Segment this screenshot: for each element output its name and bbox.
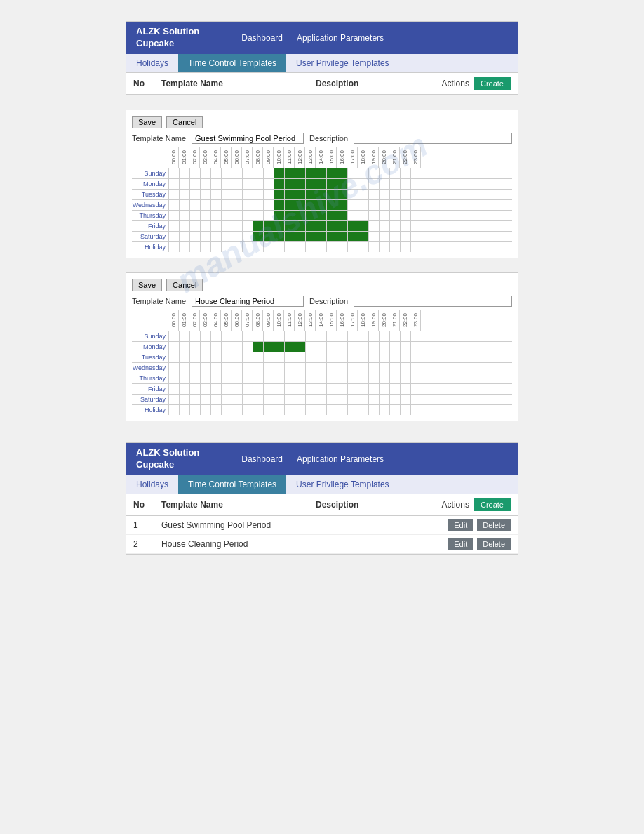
grid-cell[interactable] xyxy=(189,200,200,210)
grid-cell[interactable] xyxy=(253,221,263,231)
grid-cell[interactable] xyxy=(232,342,242,352)
grid-cell[interactable] xyxy=(232,384,242,394)
grid-cell[interactable] xyxy=(274,200,284,210)
grid-cell[interactable] xyxy=(410,342,421,352)
grid-cell[interactable] xyxy=(221,168,232,178)
grid-cell[interactable] xyxy=(179,200,189,210)
grid-cell[interactable] xyxy=(295,242,305,252)
grid-cell[interactable] xyxy=(400,405,410,415)
grid-cell[interactable] xyxy=(242,232,253,241)
grid-cell[interactable] xyxy=(316,405,326,415)
grid-cell[interactable] xyxy=(179,242,189,252)
grid-cell[interactable] xyxy=(232,190,242,199)
grid-cell[interactable] xyxy=(358,190,368,199)
grid-cell[interactable] xyxy=(410,211,421,220)
grid-cell[interactable] xyxy=(410,363,421,373)
grid-cell[interactable] xyxy=(168,242,179,252)
grid-cell[interactable] xyxy=(400,179,410,189)
grid-cell[interactable] xyxy=(263,179,274,189)
grid-cell[interactable] xyxy=(337,242,347,252)
grid-cell[interactable] xyxy=(200,405,210,415)
grid-cell[interactable] xyxy=(337,232,347,241)
nav-app-params[interactable]: Application Parameters xyxy=(297,33,384,43)
grid-cell[interactable] xyxy=(179,168,189,178)
grid-cell[interactable] xyxy=(210,352,221,362)
grid-cell[interactable] xyxy=(189,168,200,178)
grid-cell[interactable] xyxy=(263,352,274,362)
grid-cell[interactable] xyxy=(168,384,179,394)
grid-cell[interactable] xyxy=(263,232,274,241)
grid-cell[interactable] xyxy=(337,342,347,352)
grid-cell[interactable] xyxy=(347,342,358,352)
grid-cell[interactable] xyxy=(221,200,232,210)
grid-cell[interactable] xyxy=(295,373,305,383)
grid-cell[interactable] xyxy=(242,363,253,373)
editor1-desc-input[interactable] xyxy=(354,133,512,144)
grid-cell[interactable] xyxy=(221,342,232,352)
grid-cell[interactable] xyxy=(379,373,389,383)
grid-cell[interactable] xyxy=(168,200,179,210)
grid-cell[interactable] xyxy=(337,352,347,362)
grid-cell[interactable] xyxy=(274,342,284,352)
grid-cell[interactable] xyxy=(316,384,326,394)
grid-cell[interactable] xyxy=(337,190,347,199)
grid-cell[interactable] xyxy=(337,395,347,404)
grid-cell[interactable] xyxy=(389,352,400,362)
grid-cell[interactable] xyxy=(410,405,421,415)
grid-cell[interactable] xyxy=(189,363,200,373)
grid-cell[interactable] xyxy=(284,242,295,252)
grid-cell[interactable] xyxy=(295,221,305,231)
grid-cell[interactable] xyxy=(337,405,347,415)
grid-cell[interactable] xyxy=(179,331,189,341)
create-button-top[interactable]: Create xyxy=(474,77,511,90)
grid-cell[interactable] xyxy=(295,179,305,189)
grid-cell[interactable] xyxy=(410,221,421,231)
grid-cell[interactable] xyxy=(305,211,316,220)
grid-cell[interactable] xyxy=(189,342,200,352)
grid-cell[interactable] xyxy=(242,342,253,352)
grid-cell[interactable] xyxy=(253,395,263,404)
grid-cell[interactable] xyxy=(316,331,326,341)
grid-cell[interactable] xyxy=(263,363,274,373)
grid-cell[interactable] xyxy=(337,168,347,178)
grid-cell[interactable] xyxy=(305,168,316,178)
grid-cell[interactable] xyxy=(410,200,421,210)
grid-cell[interactable] xyxy=(379,363,389,373)
grid-cell[interactable] xyxy=(210,211,221,220)
grid-cell[interactable] xyxy=(389,373,400,383)
grid-cell[interactable] xyxy=(389,384,400,394)
grid-cell[interactable] xyxy=(410,190,421,199)
grid-cell[interactable] xyxy=(379,221,389,231)
grid-cell[interactable] xyxy=(337,384,347,394)
grid-cell[interactable] xyxy=(358,232,368,241)
grid-cell[interactable] xyxy=(189,232,200,241)
grid-cell[interactable] xyxy=(368,190,379,199)
grid-cell[interactable] xyxy=(368,352,379,362)
subnav-user-privilege[interactable]: User Privilege Templates xyxy=(286,54,399,72)
grid-cell[interactable] xyxy=(326,373,337,383)
grid-cell[interactable] xyxy=(368,211,379,220)
grid-cell[interactable] xyxy=(168,232,179,241)
grid-cell[interactable] xyxy=(326,342,337,352)
bottom-subnav-time-control[interactable]: Time Control Templates xyxy=(178,475,286,494)
grid-cell[interactable] xyxy=(400,168,410,178)
grid-cell[interactable] xyxy=(295,342,305,352)
grid-cell[interactable] xyxy=(210,242,221,252)
grid-cell[interactable] xyxy=(200,331,210,341)
grid-cell[interactable] xyxy=(179,363,189,373)
grid-cell[interactable] xyxy=(168,363,179,373)
grid-cell[interactable] xyxy=(253,331,263,341)
grid-cell[interactable] xyxy=(358,179,368,189)
grid-cell[interactable] xyxy=(232,395,242,404)
grid-cell[interactable] xyxy=(284,221,295,231)
grid-cell[interactable] xyxy=(210,232,221,241)
grid-cell[interactable] xyxy=(200,190,210,199)
delete-button[interactable]: Delete xyxy=(477,519,511,531)
grid-cell[interactable] xyxy=(200,342,210,352)
grid-cell[interactable] xyxy=(284,405,295,415)
grid-cell[interactable] xyxy=(221,211,232,220)
grid-cell[interactable] xyxy=(200,179,210,189)
grid-cell[interactable] xyxy=(284,211,295,220)
grid-cell[interactable] xyxy=(326,168,337,178)
editor1-cancel-btn[interactable]: Cancel xyxy=(166,116,203,128)
